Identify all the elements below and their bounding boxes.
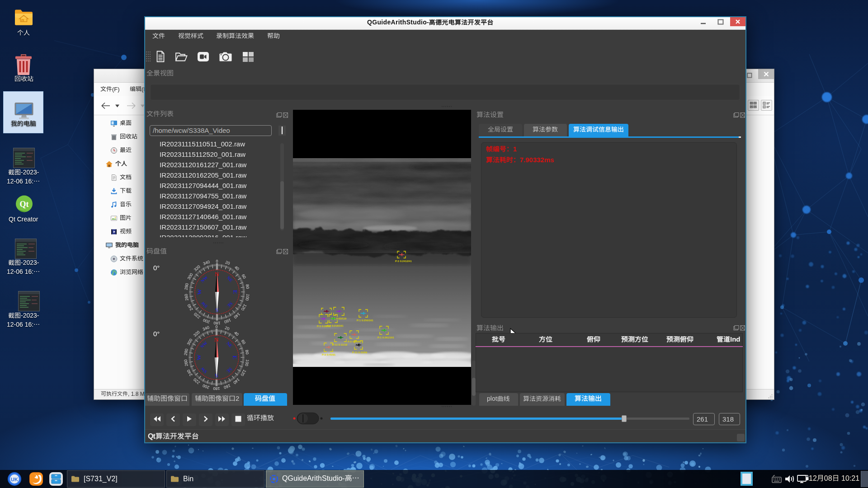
svg-text:P:0 0:241/241: P:0 0:241/241 (395, 260, 412, 263)
svg-text:W: W (195, 355, 202, 361)
svg-text:SE: SE (226, 301, 234, 309)
svg-text:240: 240 (186, 369, 193, 377)
svg-text:P:0 0:218/161: P:0 0:218/161 (327, 324, 344, 327)
svg-text:20: 20 (224, 325, 230, 331)
svg-text:08: 08 (824, 475, 832, 482)
svg-text:Qt Creator: Qt Creator (9, 216, 38, 223)
svg-text:Qt: Qt (148, 433, 156, 440)
svg-text:-2023-: -2023- (21, 169, 39, 176)
svg-text:120: 120 (240, 369, 247, 377)
svg-text:NW: NW (200, 275, 209, 284)
svg-text:120: 120 (240, 303, 247, 311)
svg-text:320: 320 (193, 264, 201, 272)
svg-text:220: 220 (193, 312, 201, 319)
svg-text:12-06 16:: 12-06 16: (7, 269, 33, 275)
svg-text:100: 100 (244, 359, 250, 367)
svg-text:7.90332ms: 7.90332ms (520, 157, 554, 164)
svg-text:80: 80 (245, 349, 250, 355)
svg-text:E: E (232, 290, 239, 294)
svg-text:320: 320 (193, 330, 201, 338)
svg-text:340: 340 (203, 259, 211, 266)
svg-text:260: 260 (183, 359, 189, 367)
svg-text:plot: plot (487, 396, 497, 402)
svg-text:80: 80 (245, 284, 250, 289)
svg-text:60: 60 (240, 339, 246, 345)
svg-text:40: 40 (233, 330, 240, 337)
svg-text:Qt: Qt (20, 200, 29, 209)
svg-text:12-06 16:: 12-06 16: (7, 178, 33, 185)
svg-text:40: 40 (234, 265, 240, 271)
svg-text:SE: SE (226, 366, 233, 374)
svg-text:-2023-: -2023- (21, 313, 39, 319)
svg-text:12: 12 (809, 475, 817, 482)
svg-text:220: 220 (193, 377, 201, 385)
svg-text:W: W (196, 289, 203, 295)
svg-text:20: 20 (225, 260, 231, 266)
svg-text:10:21: 10:21 (840, 475, 860, 482)
svg-text:280: 280 (184, 283, 189, 291)
svg-text:140: 140 (232, 377, 241, 385)
svg-text:P:1 0:261/161: P:1 0:261/161 (377, 336, 395, 339)
svg-text:300: 300 (187, 272, 194, 281)
svg-text:300: 300 (186, 338, 193, 346)
svg-text:(F): (F) (112, 86, 120, 93)
svg-text:200: 200 (202, 383, 210, 390)
svg-text:NE: NE (226, 275, 234, 283)
svg-text:P:11 0:10/59: P:11 0:10/59 (352, 351, 368, 354)
svg-text:2: 2 (236, 395, 239, 402)
svg-text:QGuideArithStudio-: QGuideArithStudio- (282, 475, 345, 482)
svg-text:UK: UK (11, 477, 18, 482)
svg-text:NW: NW (199, 340, 208, 349)
svg-text:12-06 16:: 12-06 16: (7, 322, 33, 328)
svg-text:260: 260 (184, 294, 189, 301)
svg-text:E: E (231, 356, 238, 360)
svg-text:100: 100 (245, 294, 250, 301)
svg-text:P:11 0:11/18: P:11 0:11/18 (332, 343, 348, 346)
svg-text:180: 180 (213, 386, 220, 391)
svg-text:240: 240 (187, 303, 194, 311)
svg-text:0: 0 (216, 259, 218, 263)
svg-text:Ind: Ind (730, 336, 740, 343)
svg-text:1: 1 (513, 146, 517, 153)
svg-text:NE: NE (225, 341, 233, 349)
svg-text:280: 280 (183, 348, 189, 356)
svg-text:P:1 0:250/161: P:1 0:250/161 (357, 319, 374, 322)
svg-text:140: 140 (233, 312, 241, 319)
svg-text:0: 0 (215, 324, 217, 329)
svg-text:-2023-: -2023- (21, 260, 39, 266)
svg-text:340: 340 (202, 325, 210, 332)
svg-text:60: 60 (241, 273, 247, 280)
svg-text:P:9 0:45/91: P:9 0:45/91 (322, 353, 336, 356)
svg-text:QGuideArithStudio-: QGuideArithStudio- (367, 19, 429, 26)
svg-text:160: 160 (223, 383, 231, 390)
